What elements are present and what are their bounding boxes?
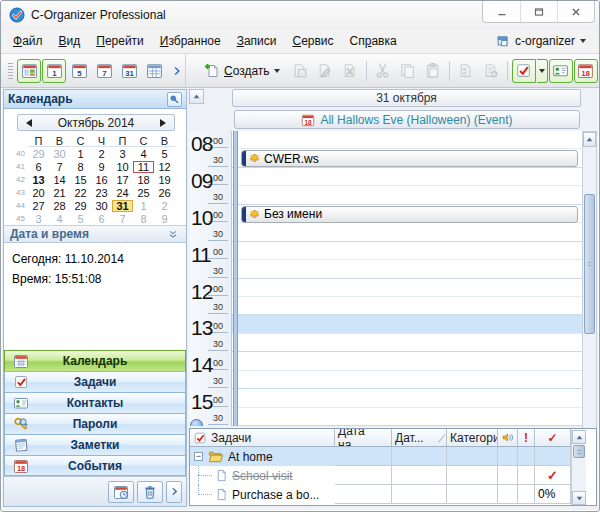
timeline-view-button[interactable] xyxy=(142,59,166,83)
column-header-complete[interactable]: ✓ xyxy=(535,429,571,447)
event-item[interactable]: Без имени xyxy=(241,206,578,223)
task-row[interactable]: School visit✓ xyxy=(190,466,571,485)
column-header-reminder[interactable] xyxy=(498,429,518,447)
attachment-button[interactable] xyxy=(479,59,503,83)
task-cell-date-due[interactable] xyxy=(392,447,447,466)
calendar-day[interactable]: 29 xyxy=(70,200,91,212)
calendar-day[interactable]: 17 xyxy=(112,174,133,186)
column-header-date-due[interactable]: Дат...∕ xyxy=(392,429,447,447)
task-cell-categories[interactable] xyxy=(447,485,498,504)
calendar-day[interactable]: 8 xyxy=(133,213,154,225)
calendar-day[interactable]: 3 xyxy=(112,148,133,160)
calendar-day[interactable]: 22 xyxy=(70,187,91,199)
calendar-day[interactable]: 21 xyxy=(49,187,70,199)
column-header-categories[interactable]: Категории xyxy=(447,429,498,447)
task-cell-complete[interactable] xyxy=(535,447,571,466)
sidebar-item-tasks[interactable]: Задачи xyxy=(4,371,186,392)
calendar-day-selected[interactable]: 31 xyxy=(112,200,133,212)
calendar-day[interactable]: 23 xyxy=(91,187,112,199)
clock-button[interactable] xyxy=(190,419,203,426)
calendar-with-tasks-view-button[interactable] xyxy=(17,59,41,83)
task-cell-categories[interactable] xyxy=(447,447,498,466)
time-slot[interactable] xyxy=(232,389,582,407)
copy-button[interactable] xyxy=(396,59,420,83)
new-event-button[interactable]: 18 xyxy=(574,59,598,83)
calendar-day[interactable]: 4 xyxy=(49,213,70,225)
menu-item-Справка[interactable]: Справка xyxy=(342,31,405,51)
task-name-cell[interactable]: −At home xyxy=(190,447,335,466)
delete-record-button[interactable] xyxy=(338,59,362,83)
menu-item-Сервис[interactable]: Сервис xyxy=(284,31,341,51)
maximize-button[interactable] xyxy=(520,1,557,22)
day-scroll-up-button[interactable] xyxy=(189,89,204,104)
calendar-day[interactable]: 13 xyxy=(28,174,49,186)
event-item[interactable]: CWER.ws xyxy=(241,150,578,167)
recycle-bin-button[interactable] xyxy=(137,481,163,503)
calendar-day[interactable]: 9 xyxy=(91,161,112,173)
calendar-day[interactable]: 10 xyxy=(112,161,133,173)
task-group-row[interactable]: −At home xyxy=(190,447,571,466)
task-cell-date-start[interactable] xyxy=(335,447,392,466)
sidebar-item-contacts[interactable]: Контакты xyxy=(4,392,186,413)
menu-item-Перейти[interactable]: Перейти xyxy=(88,31,152,51)
task-row[interactable]: Purchase a bo...0% xyxy=(190,485,571,504)
calendar-day[interactable]: 24 xyxy=(112,187,133,199)
time-slot[interactable] xyxy=(232,260,582,278)
time-slot[interactable] xyxy=(232,186,582,204)
calendar-day[interactable]: 14 xyxy=(49,174,70,186)
time-slot[interactable] xyxy=(232,131,582,149)
day-view-button[interactable]: 1 xyxy=(42,59,66,83)
task-cell-complete[interactable]: ✓ xyxy=(535,466,571,485)
calendar-day[interactable]: 15 xyxy=(70,174,91,186)
all-day-event[interactable]: 18 All Hallows Eve (Halloween) (Event) xyxy=(234,110,580,129)
tasks-title-cell[interactable]: Задачи xyxy=(190,429,335,447)
task-cell-date-start[interactable] xyxy=(335,466,392,485)
toolbar-grip[interactable] xyxy=(8,63,13,79)
time-slot-selected[interactable] xyxy=(232,315,582,333)
expand-button[interactable] xyxy=(166,481,182,503)
calendar-day[interactable]: 20 xyxy=(28,187,49,199)
time-slot[interactable] xyxy=(232,371,582,389)
menu-item-Файл[interactable]: Файл xyxy=(5,31,51,51)
title-bar[interactable]: C-Organizer Professional xyxy=(1,1,599,29)
task-cell-reminder[interactable] xyxy=(498,485,518,504)
add-subitem-button[interactable] xyxy=(288,59,312,83)
task-cell-priority[interactable] xyxy=(518,466,535,485)
collapse-expander[interactable]: − xyxy=(194,452,203,461)
calendar-day[interactable]: 12 xyxy=(154,161,175,173)
sidebar-item-calendar[interactable]: Календарь xyxy=(4,350,186,371)
create-button[interactable]: Создать xyxy=(197,59,287,83)
cut-button[interactable] xyxy=(371,59,395,83)
new-task-button[interactable] xyxy=(512,59,536,83)
menu-item-Вид[interactable]: Вид xyxy=(51,31,89,51)
new-contact-button[interactable] xyxy=(549,59,573,83)
day-scrollbar[interactable] xyxy=(582,131,597,468)
calendar-day[interactable]: 9 xyxy=(154,213,175,225)
minimize-button[interactable] xyxy=(483,1,520,22)
task-cell-date-due[interactable] xyxy=(392,466,447,485)
calendar-day[interactable]: 18 xyxy=(133,174,154,186)
calendar-day[interactable]: 3 xyxy=(28,213,49,225)
task-cell-reminder[interactable] xyxy=(498,447,518,466)
calendar-day[interactable]: 26 xyxy=(154,187,175,199)
calendar-day[interactable]: 16 xyxy=(91,174,112,186)
calendar-day[interactable]: 8 xyxy=(70,161,91,173)
task-cell-date-start[interactable] xyxy=(335,485,392,504)
tasks-scrollbar[interactable] xyxy=(571,430,586,505)
calendar-day[interactable]: 28 xyxy=(49,200,70,212)
scrollbar-thumb[interactable] xyxy=(573,445,585,458)
prev-month-button[interactable] xyxy=(22,117,36,129)
calendar-day[interactable]: 7 xyxy=(112,213,133,225)
calendar-day[interactable]: 5 xyxy=(70,213,91,225)
new-task-button-dropdown[interactable] xyxy=(537,59,548,83)
menu-item-Избранное[interactable]: Избранное xyxy=(152,31,229,51)
task-cell-priority[interactable] xyxy=(518,485,535,504)
calendar-day[interactable]: 2 xyxy=(91,148,112,160)
calendar-day[interactable]: 1 xyxy=(133,200,154,212)
month-view-button[interactable]: 31 xyxy=(117,59,141,83)
sidebar-item-notes[interactable]: Заметки xyxy=(4,434,186,455)
calendar-day[interactable]: 19 xyxy=(154,174,175,186)
calendar-day[interactable]: 6 xyxy=(91,213,112,225)
time-slot[interactable] xyxy=(232,334,582,352)
calendar-day[interactable]: 29 xyxy=(28,148,49,160)
